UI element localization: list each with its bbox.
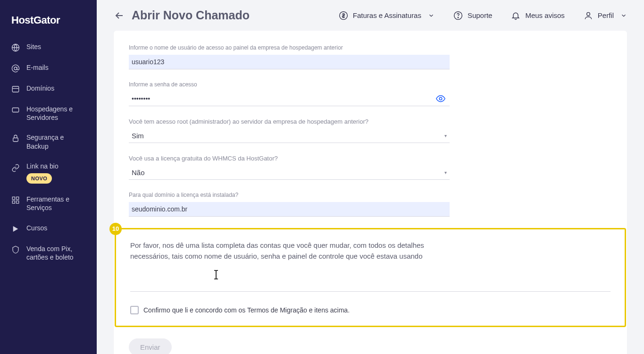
- svg-point-1: [14, 67, 17, 70]
- accounts-prompt: Por favor, nos dê uma lista completa das…: [130, 240, 442, 262]
- new-badge: NOVO: [26, 173, 52, 184]
- user-icon: [584, 11, 593, 20]
- root-access-select[interactable]: Sim ▾: [129, 130, 450, 143]
- field-label: Informe o nome de usuário de acesso ao p…: [129, 44, 450, 52]
- form-card: Informe o nome de usuário de acesso ao p…: [114, 31, 627, 354]
- field-label: Para qual domínio a licença está instala…: [129, 191, 450, 199]
- sidebar-item-payments[interactable]: Venda com Pix, cartões e boleto: [0, 239, 97, 267]
- svg-rect-2: [12, 86, 19, 92]
- header: Abrir Novo Chamado Faturas e Assinaturas: [97, 0, 644, 31]
- sidebar-item-linkbio[interactable]: Link na bio NOVO: [0, 156, 97, 189]
- chevron-down-icon: [428, 12, 435, 19]
- dollar-icon: [339, 11, 348, 20]
- svg-point-13: [439, 97, 442, 100]
- field-label: Você tem acesso root (administrador) ao …: [129, 118, 450, 126]
- back-button[interactable]: [114, 10, 125, 21]
- main-content: Abrir Novo Chamado Faturas e Assinaturas: [97, 0, 644, 354]
- header-nav-support[interactable]: Suporte: [453, 11, 493, 20]
- header-nav-label: Suporte: [468, 11, 493, 19]
- step-number-badge: 10: [109, 223, 122, 235]
- svg-rect-5: [12, 197, 15, 199]
- at-icon: [11, 64, 20, 73]
- chevron-down-icon: [620, 12, 627, 19]
- sidebar-item-sites[interactable]: Sites: [0, 37, 97, 58]
- domain-field: Para qual domínio a licença está instala…: [129, 191, 450, 217]
- username-input[interactable]: [129, 55, 450, 69]
- sidebar-item-tools[interactable]: Ferramentas e Serviços: [0, 189, 97, 218]
- lock-icon: [11, 134, 20, 143]
- svg-rect-4: [13, 138, 18, 142]
- chevron-down-icon: ▾: [444, 133, 450, 138]
- chevron-down-icon: ▾: [444, 170, 450, 175]
- sidebar-item-label: E-mails: [26, 63, 49, 72]
- grid-icon: [11, 196, 20, 204]
- sidebar-item-label: Cursos: [26, 224, 47, 232]
- password-field: Informe a senha de acesso: [129, 81, 450, 106]
- header-nav-billing[interactable]: Faturas e Assinaturas: [339, 11, 435, 20]
- svg-rect-3: [12, 108, 19, 112]
- sidebar-item-emails[interactable]: E-mails: [0, 58, 97, 78]
- logo: HostGator: [0, 9, 97, 37]
- svg-rect-6: [17, 197, 19, 199]
- sidebar-item-hosting[interactable]: Hospedagens e Servidores: [0, 99, 97, 127]
- svg-point-11: [458, 17, 458, 17]
- header-nav-profile[interactable]: Perfil: [584, 11, 627, 20]
- sidebar-item-label: Segurança e Backup: [26, 133, 85, 150]
- header-nav-label: Perfil: [598, 11, 614, 19]
- help-icon: [453, 11, 463, 20]
- sidebar: HostGator Sites E-mails Domínios Hospeda…: [0, 0, 97, 354]
- sidebar-item-label: Venda com Pix, cartões e boleto: [26, 244, 85, 261]
- sidebar-item-label: Ferramentas e Serviços: [26, 195, 85, 212]
- confirm-checkbox[interactable]: [130, 306, 139, 314]
- select-value: Não: [129, 169, 444, 177]
- globe-icon: [11, 43, 20, 52]
- server-icon: [11, 106, 20, 114]
- sidebar-item-label: Sites: [26, 42, 41, 51]
- field-label: Informe a senha de acesso: [129, 81, 450, 89]
- bell-icon: [511, 11, 520, 20]
- field-label: Você usa a licença gratuita do WHMCS da …: [129, 154, 450, 163]
- sidebar-item-label: Domínios: [26, 84, 54, 93]
- sidebar-item-label: Hospedagens e Servidores: [26, 105, 85, 122]
- header-nav-notices[interactable]: Meus avisos: [511, 11, 564, 20]
- password-input[interactable]: [129, 92, 432, 106]
- submit-button[interactable]: Enviar: [129, 338, 172, 354]
- domain-icon: [11, 85, 20, 93]
- eye-icon[interactable]: [432, 92, 450, 106]
- header-nav-label: Meus avisos: [525, 11, 564, 19]
- shield-icon: [11, 245, 20, 254]
- link-icon: [11, 164, 20, 172]
- confirm-row: Confirmo que li e concordo com os Termos…: [130, 306, 611, 314]
- svg-point-12: [586, 12, 590, 16]
- svg-rect-7: [12, 201, 15, 203]
- accounts-textarea[interactable]: [130, 266, 611, 292]
- play-icon: [11, 225, 20, 233]
- whmcs-select[interactable]: Não ▾: [129, 167, 450, 180]
- sidebar-item-domains[interactable]: Domínios: [0, 78, 97, 99]
- username-field: Informe o nome de usuário de acesso ao p…: [129, 44, 450, 69]
- select-value: Sim: [129, 132, 444, 140]
- svg-rect-8: [17, 201, 19, 203]
- sidebar-item-label: Link na bio NOVO: [26, 162, 59, 184]
- header-nav-label: Faturas e Assinaturas: [353, 11, 421, 19]
- domain-input[interactable]: [129, 202, 450, 217]
- sidebar-item-security[interactable]: Segurança e Backup: [0, 127, 97, 156]
- confirm-label: Confirmo que li e concordo com os Termos…: [143, 306, 350, 314]
- step-highlight-box: 10 Por favor, nos dê uma lista completa …: [115, 228, 626, 328]
- whmcs-field: Você usa a licença gratuita do WHMCS da …: [129, 154, 450, 180]
- root-access-field: Você tem acesso root (administrador) ao …: [129, 118, 450, 143]
- sidebar-item-courses[interactable]: Cursos: [0, 218, 97, 239]
- page-title: Abrir Novo Chamado: [132, 8, 250, 22]
